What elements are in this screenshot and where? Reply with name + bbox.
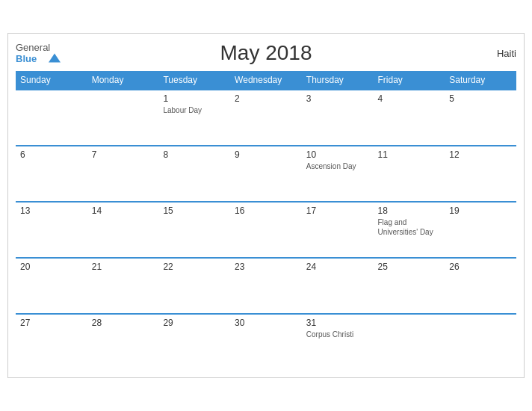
calendar-cell: 13 (16, 202, 87, 258)
day-number: 6 (20, 149, 83, 160)
day-number: 15 (163, 206, 226, 216)
logo: General Blue (16, 43, 50, 64)
calendar-cell (87, 90, 159, 146)
calendar-cell: 19 (445, 202, 516, 258)
day-number: 17 (306, 206, 369, 216)
calendar-cell: 20 (16, 258, 87, 314)
holiday-label: Labour Day (163, 105, 226, 115)
calendar-header-row: Sunday Monday Tuesday Wednesday Thursday… (16, 71, 516, 90)
calendar-cell: 16 (230, 202, 302, 258)
calendar-cell: 1Labour Day (158, 90, 230, 146)
calendar-container: General Blue May 2018 Haiti Sunday Monda… (7, 33, 525, 378)
calendar-cell: 25 (374, 258, 445, 314)
col-wednesday: Wednesday (230, 71, 302, 90)
day-number: 7 (92, 149, 155, 160)
day-number: 8 (163, 149, 226, 160)
calendar-cell: 17 (302, 202, 374, 258)
calendar-body: 1Labour Day2345678910Ascension Day111213… (16, 90, 516, 370)
calendar-cell: 4 (374, 90, 445, 146)
calendar-cell: 11 (374, 146, 445, 202)
calendar-cell: 31Corpus Christi (302, 314, 374, 370)
holiday-label: Flag and Universities' Day (378, 217, 441, 237)
day-number: 10 (306, 149, 369, 160)
calendar-cell: 6 (16, 146, 87, 202)
day-number: 30 (235, 318, 297, 328)
calendar-cell: 5 (445, 90, 516, 146)
calendar-cell (445, 314, 516, 370)
day-number: 18 (378, 206, 441, 216)
calendar-cell: 15 (158, 202, 230, 258)
day-number: 24 (306, 262, 369, 272)
day-number: 20 (20, 262, 83, 272)
day-number: 12 (449, 149, 512, 160)
calendar-cell: 8 (158, 146, 230, 202)
day-number: 27 (20, 318, 83, 328)
calendar-header: General Blue May 2018 Haiti (16, 41, 516, 65)
country-label: Haiti (497, 48, 516, 59)
day-number: 21 (92, 262, 155, 272)
logo-general-text: General (16, 43, 50, 52)
col-monday: Monday (87, 71, 159, 90)
holiday-label: Corpus Christi (306, 330, 369, 339)
calendar-cell: 22 (158, 258, 230, 314)
calendar-cell: 24 (302, 258, 374, 314)
day-number: 26 (449, 262, 512, 272)
logo-triangle-icon (49, 54, 61, 63)
calendar-cell: 7 (87, 146, 159, 202)
calendar-cell: 29 (158, 314, 230, 370)
day-number: 29 (163, 318, 226, 328)
col-saturday: Saturday (445, 71, 516, 90)
logo-blue-text: Blue (16, 53, 37, 64)
day-number: 9 (235, 149, 297, 160)
calendar-cell: 12 (445, 146, 516, 202)
day-number: 4 (378, 93, 441, 104)
day-number: 25 (378, 262, 441, 272)
day-number: 19 (449, 206, 512, 216)
calendar-cell: 21 (87, 258, 159, 314)
calendar-cell: 9 (230, 146, 302, 202)
day-number: 13 (20, 206, 83, 216)
calendar-title: May 2018 (220, 41, 312, 65)
calendar-cell: 28 (87, 314, 159, 370)
calendar-cell: 23 (230, 258, 302, 314)
calendar-cell: 14 (87, 202, 159, 258)
calendar-cell: 18Flag and Universities' Day (374, 202, 445, 258)
calendar-cell (16, 90, 87, 146)
col-thursday: Thursday (302, 71, 374, 90)
day-number: 3 (306, 93, 369, 104)
calendar-cell: 10Ascension Day (302, 146, 374, 202)
day-number: 22 (163, 262, 226, 272)
day-number: 2 (235, 93, 297, 104)
calendar-grid: Sunday Monday Tuesday Wednesday Thursday… (16, 71, 516, 370)
calendar-cell: 27 (16, 314, 87, 370)
day-number: 31 (306, 318, 369, 328)
calendar-cell: 30 (230, 314, 302, 370)
day-number: 1 (163, 93, 226, 104)
holiday-label: Ascension Day (306, 161, 369, 171)
col-tuesday: Tuesday (158, 71, 230, 90)
col-sunday: Sunday (16, 71, 87, 90)
day-number: 11 (378, 149, 441, 160)
day-number: 23 (235, 262, 297, 272)
day-number: 14 (92, 206, 155, 216)
calendar-cell: 2 (230, 90, 302, 146)
calendar-cell: 26 (445, 258, 516, 314)
day-number: 28 (92, 318, 155, 328)
day-number: 16 (235, 206, 297, 216)
col-friday: Friday (374, 71, 445, 90)
calendar-cell: 3 (302, 90, 374, 146)
calendar-cell (374, 314, 445, 370)
day-number: 5 (449, 93, 512, 104)
